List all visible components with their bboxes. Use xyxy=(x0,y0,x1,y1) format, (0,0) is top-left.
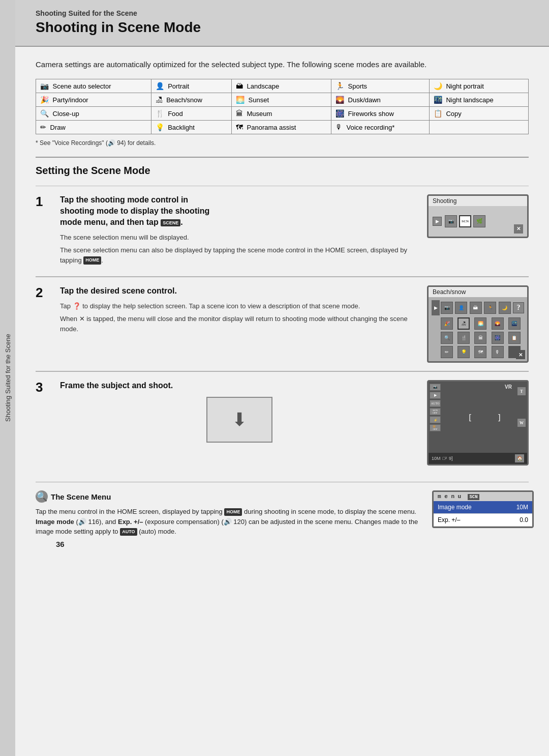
camera-screen-2: Beach/snow ▶ 📷 👤 🏔 🏃 🌙 xyxy=(427,285,529,363)
night-portrait-icon: 🌙 xyxy=(434,82,442,90)
closeup-icon: 🔍 xyxy=(40,109,49,118)
sunset-btn[interactable]: 🌅 xyxy=(474,317,486,330)
landscape-btn[interactable]: 🏔 xyxy=(470,302,482,314)
nav-left-btn[interactable]: ▶ xyxy=(432,300,440,315)
image-mode-text: Image mode xyxy=(36,518,74,526)
museum-icon: 🏛 xyxy=(236,109,243,118)
close-btn-1[interactable]: ✕ xyxy=(514,224,523,234)
cam-btn-disp[interactable]: 🔆OFF xyxy=(430,424,441,431)
beach-btn-selected[interactable]: 🏖 xyxy=(458,317,470,330)
remaining-shots: 9] xyxy=(449,456,453,461)
party-btn[interactable]: 🎉 xyxy=(441,317,453,330)
quality-indicator: □² xyxy=(443,456,447,461)
scene-auto-icon: 📷 xyxy=(40,82,49,90)
table-cell: 👤 Portrait xyxy=(151,79,231,93)
beach-icon: 🏖 xyxy=(156,96,163,104)
page-header: Shooting Suited for the Scene Shooting i… xyxy=(15,0,549,47)
home-btn[interactable]: 🏠 xyxy=(515,454,524,462)
close-btn-2[interactable]: ✕ xyxy=(516,350,525,359)
step-2-body2: When ✕ is tapped, the menu will close an… xyxy=(60,314,419,334)
intro-text: Camera settings are automatically optimi… xyxy=(36,59,529,71)
camera-screen-1: Shooting ▶ 📷 SCN 🌿 xyxy=(427,194,529,238)
menu-row-1[interactable]: Image mode 10M xyxy=(434,501,532,514)
closeup-btn[interactable]: 🔍 xyxy=(441,332,453,344)
note-title: The Scene Menu xyxy=(51,492,111,501)
page-number: 36 xyxy=(36,540,549,558)
copy-icon: 📋 xyxy=(434,109,442,118)
backlight-btn[interactable]: 💡 xyxy=(458,346,470,358)
table-cell: 🌄 Dusk/dawn xyxy=(331,93,429,106)
step-2-body1: Tap ❓ to display the help selection scre… xyxy=(60,301,419,311)
menu-row-2[interactable]: Exp. +/– 0.0 xyxy=(434,514,532,527)
cam-btn-play[interactable]: ▶ xyxy=(430,392,441,399)
scene-table: 📷 Scene auto selector 👤 Portrait 🏔 Lands… xyxy=(36,79,529,134)
night-landscape-btn[interactable]: 🌃 xyxy=(508,317,521,330)
step-3-screen: 📷 ▶ AUTO SCNOFF ⚡ 🔆OFF VR [ ] xyxy=(427,380,529,466)
sports-icon: 🏃 xyxy=(336,82,344,90)
step-3: 3 Frame the subject and shoot. ⬇ xyxy=(36,371,529,474)
zoom-w-btn[interactable]: W xyxy=(517,418,526,427)
backlight-icon: 💡 xyxy=(156,123,164,131)
table-row: 🎉 Party/indoor 🏖 Beach/snow 🌅 Sunset 🌄 D… xyxy=(36,93,529,106)
header-title: Shooting in Scene Mode xyxy=(36,19,529,36)
scene-auto-btn[interactable]: 📷 xyxy=(441,302,453,314)
side-tab: Shooting Suited for the Scene xyxy=(0,0,15,756)
zoom-t-btn[interactable]: T xyxy=(517,387,526,396)
exp-value: 0.0 xyxy=(520,516,528,524)
step-2-content: Tap the desired scene control. Tap ❓ to … xyxy=(60,285,419,363)
voice-icon: 🎙 xyxy=(336,123,343,131)
food-icon: 🍴 xyxy=(156,109,164,118)
exp-label: Exp. +/– xyxy=(438,516,460,524)
image-mode-value: 10M xyxy=(516,504,528,511)
camera-mode-btn[interactable]: 📷 xyxy=(445,215,457,227)
note-icon: 🔍 xyxy=(36,490,48,503)
table-cell: 🌅 Sunset xyxy=(231,93,331,106)
night-portrait-btn[interactable]: 🌙 xyxy=(499,302,511,314)
copy-btn[interactable]: 📋 xyxy=(508,332,521,344)
table-cell: 🏛 Museum xyxy=(231,106,331,120)
camera-screen-3: 📷 ▶ AUTO SCNOFF ⚡ 🔆OFF VR [ ] xyxy=(427,380,529,466)
step-2-title: Tap the desired scene control. xyxy=(60,285,419,297)
cam-btn-scene[interactable]: SCNOFF xyxy=(430,408,441,415)
step-1-body2: The scene selection menu can also be dis… xyxy=(60,245,419,265)
draw-btn[interactable]: ✏ xyxy=(441,346,453,358)
image-mode-label: Image mode xyxy=(438,504,472,511)
help-btn[interactable]: ? xyxy=(513,302,524,313)
table-cell xyxy=(429,120,528,134)
shooting-label: Shooting xyxy=(433,197,456,205)
sunset-icon: 🌅 xyxy=(236,96,245,104)
menu-screen-wrapper: m e n u SCN Image mode 10M Exp. +/– 0.0 xyxy=(432,490,529,537)
voice-btn[interactable]: 🎙 xyxy=(492,346,504,358)
menu-screen: m e n u SCN Image mode 10M Exp. +/– 0.0 xyxy=(432,490,534,528)
auto-mode-btn[interactable]: 🌿 xyxy=(473,215,485,227)
menu-screen-header: m e n u SCN xyxy=(434,492,532,501)
cam-btn-top[interactable]: 📷 xyxy=(430,384,441,391)
food-btn[interactable]: 🍴 xyxy=(458,332,470,344)
table-cell: 🎉 Party/indoor xyxy=(36,93,151,106)
sports-btn[interactable]: 🏃 xyxy=(484,302,496,314)
museum-btn[interactable]: 🏛 xyxy=(474,332,486,344)
table-cell: 🎆 Fireworks show xyxy=(331,106,429,120)
step-1: 1 Tap the shooting mode control in shoot… xyxy=(36,186,529,277)
draw-icon: ✏ xyxy=(40,123,46,131)
scene-mode-btn[interactable]: SCN xyxy=(459,215,471,227)
portrait-btn[interactable]: 👤 xyxy=(455,302,467,314)
cam-btn-auto[interactable]: AUTO xyxy=(430,400,441,407)
step-2: 2 Tap the desired scene control. Tap ❓ t… xyxy=(36,277,529,371)
table-cell: 🌙 Night portrait xyxy=(429,79,528,93)
header-subtitle: Shooting Suited for the Scene xyxy=(36,9,529,17)
hand-arrow-illustration: ⬇ xyxy=(206,397,272,443)
dusk-btn[interactable]: 🌄 xyxy=(492,317,504,330)
exp-text: Exp. +/– xyxy=(118,518,143,526)
table-row: 🔍 Close-up 🍴 Food 🏛 Museum 🎆 Fireworks s… xyxy=(36,106,529,120)
fireworks-btn[interactable]: 🎆 xyxy=(492,332,504,344)
playback-btn[interactable]: ▶ xyxy=(433,217,442,226)
cam-btn-flash[interactable]: ⚡ xyxy=(430,416,441,423)
panorama-btn[interactable]: 🗺 xyxy=(474,346,486,358)
table-cell: 🗺 Panorama assist xyxy=(231,120,331,134)
focus-bracket: [ ] xyxy=(468,413,502,422)
table-cell: ✏ Draw xyxy=(36,120,151,134)
shooting-screen-inner: 📷 ▶ AUTO SCNOFF ⚡ 🔆OFF VR [ ] xyxy=(429,382,527,453)
night-landscape-icon: 🌃 xyxy=(434,96,442,104)
note-content: 🔍 The Scene Menu Tap the menu control in… xyxy=(36,490,424,537)
